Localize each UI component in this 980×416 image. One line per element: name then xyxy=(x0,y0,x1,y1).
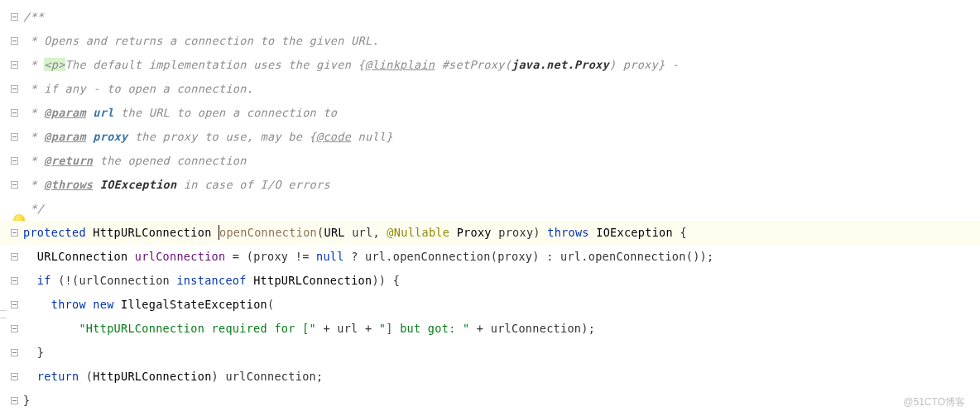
doc-linkplain-tag: @linkplain xyxy=(365,58,435,71)
code-line[interactable]: */ xyxy=(0,197,980,221)
code-editor[interactable]: /** * Opens and returns a connection to … xyxy=(0,0,980,413)
code-line[interactable]: } xyxy=(0,341,980,365)
gutter xyxy=(0,229,23,237)
paren: ( xyxy=(79,370,93,383)
type: IOException xyxy=(596,226,673,239)
type: IllegalStateException xyxy=(121,298,267,311)
code-line[interactable]: } xyxy=(0,389,980,413)
sp xyxy=(247,274,253,287)
semi: ); xyxy=(581,322,595,335)
gutter xyxy=(0,181,23,189)
code-line[interactable]: * <p>The default implementation uses the… xyxy=(0,53,980,77)
paren: ) xyxy=(212,370,226,383)
doc-text: the URL to open a connection to xyxy=(114,106,338,119)
type: HttpURLConnection xyxy=(93,226,211,239)
doc-return-tag: @return xyxy=(44,154,93,167)
method-name: openConnection xyxy=(219,226,317,239)
doc-text: ) proxy} - xyxy=(609,58,679,71)
code-line[interactable]: * @return the opened connection xyxy=(0,149,980,173)
fold-minus-icon[interactable] xyxy=(11,13,18,21)
indent xyxy=(23,250,37,263)
fold-minus-icon[interactable] xyxy=(11,277,18,285)
fold-minus-icon[interactable] xyxy=(11,109,18,117)
code-line[interactable]: * Opens and returns a connection to the … xyxy=(0,29,980,53)
gutter xyxy=(0,277,23,285)
sp xyxy=(114,298,121,311)
fold-minus-icon[interactable] xyxy=(11,133,18,141)
op: ) : xyxy=(532,250,560,263)
code-line[interactable]: * @param proxy the proxy to use, may be … xyxy=(0,125,980,149)
keyword: instanceof xyxy=(176,274,246,287)
fold-minus-icon[interactable] xyxy=(11,373,18,380)
code-line[interactable]: * @throws IOException in case of I/O err… xyxy=(0,173,980,197)
param: url xyxy=(352,226,372,239)
paren: ( xyxy=(267,298,274,311)
sp xyxy=(345,226,352,239)
type: HttpURLConnection xyxy=(93,370,211,383)
type: HttpURLConnection xyxy=(253,274,372,287)
sp xyxy=(449,226,456,239)
code-line[interactable]: "HttpURLConnection required for [" + url… xyxy=(0,317,980,341)
doc-text: * xyxy=(23,130,44,143)
gutter xyxy=(0,397,23,404)
gutter xyxy=(0,373,23,380)
doc-text: #setProxy( xyxy=(435,58,512,71)
type: URLConnection xyxy=(37,250,128,263)
eq: = ( xyxy=(225,250,253,263)
string-literal: "HttpURLConnection required for [" xyxy=(79,322,316,335)
gutter xyxy=(0,157,23,165)
code-line[interactable]: if (!(urlConnection instanceof HttpURLCo… xyxy=(0,269,980,293)
variable: urlConnection xyxy=(225,370,316,383)
code-line-active[interactable]: protected HttpURLConnection openConnecti… xyxy=(0,221,980,245)
code-line[interactable]: /** xyxy=(0,5,980,29)
op: + xyxy=(316,322,337,335)
indent xyxy=(23,298,51,311)
indent xyxy=(23,346,37,359)
indent xyxy=(23,274,37,287)
code-line[interactable]: return (HttpURLConnection) urlConnection… xyxy=(0,365,980,389)
brace: } xyxy=(37,346,44,359)
comment-end: */ xyxy=(23,202,44,215)
fold-minus-icon[interactable] xyxy=(11,61,18,69)
doc-text: * if any - to open a connection. xyxy=(23,82,253,95)
code-line[interactable]: * if any - to open a connection. xyxy=(0,77,980,101)
doc-text: The default implementation uses the give… xyxy=(65,58,365,71)
fold-minus-icon[interactable] xyxy=(11,229,18,237)
variable: url xyxy=(337,322,358,335)
variable: url xyxy=(560,250,581,263)
variable: proxy xyxy=(253,250,288,263)
call: .openConnection()); xyxy=(581,250,713,263)
fold-minus-icon[interactable] xyxy=(11,301,18,308)
fold-minus-icon[interactable] xyxy=(11,157,18,165)
keyword: null xyxy=(316,250,344,263)
variable: urlConnection xyxy=(135,250,226,263)
fold-minus-icon[interactable] xyxy=(11,349,18,356)
gutter xyxy=(0,109,23,117)
doc-html-tag: <p> xyxy=(44,58,65,71)
code-line[interactable]: * @param url the URL to open a connectio… xyxy=(0,101,980,125)
code-line[interactable]: URLConnection urlConnection = (proxy != … xyxy=(0,245,980,269)
keyword: new xyxy=(93,298,113,311)
gutter xyxy=(0,37,23,45)
doc-text: the opened connection xyxy=(93,154,246,167)
gutter-mark-icon xyxy=(0,310,7,318)
string-literal: "] but got: " xyxy=(379,322,470,335)
fold-minus-icon[interactable] xyxy=(11,397,18,404)
variable: proxy xyxy=(497,250,532,263)
gutter xyxy=(0,253,23,261)
fold-minus-icon[interactable] xyxy=(11,253,18,261)
keyword: if xyxy=(37,274,51,287)
doc-code-tag: @code xyxy=(316,130,351,143)
indent xyxy=(23,370,37,383)
fold-minus-icon[interactable] xyxy=(11,181,18,189)
doc-param-tag: @param xyxy=(44,130,86,143)
watermark-text: @51CTO博客 xyxy=(903,395,965,409)
fold-minus-icon[interactable] xyxy=(11,37,18,45)
gutter xyxy=(0,13,23,21)
gutter xyxy=(0,349,23,356)
variable: urlConnection xyxy=(79,274,170,287)
fold-minus-icon[interactable] xyxy=(11,85,18,93)
fold-minus-icon[interactable] xyxy=(11,325,18,332)
code-line[interactable]: throw new IllegalStateException( xyxy=(0,293,980,317)
doc-text: in case of I/O errors xyxy=(176,178,329,191)
